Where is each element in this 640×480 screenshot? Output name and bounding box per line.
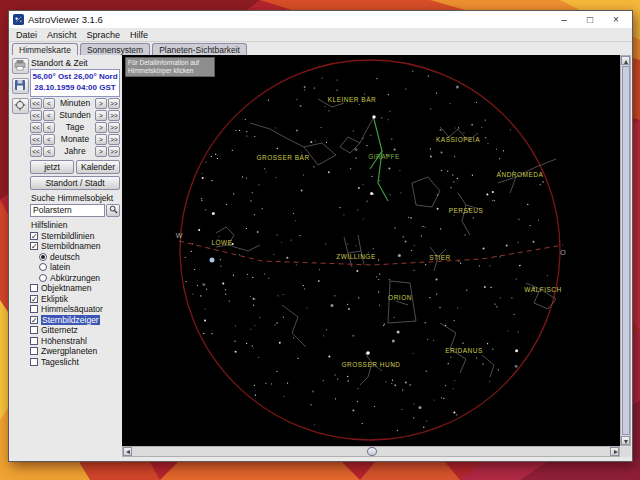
menu-sprache[interactable]: Sprache [82,30,126,40]
minuten-back-button[interactable]: < [43,98,55,109]
checkbox-hoehenstrahl[interactable] [30,337,38,345]
window-title: AstroViewer 3.1.6 [28,14,551,25]
checkbox-sternbildzeiger[interactable]: ✓ [30,316,38,324]
minuten-ffwd-button[interactable]: >> [108,98,120,109]
time-buttons-row: jetzt Kalender [30,160,120,174]
search-label: Suche Himmelsobjekt [31,193,120,203]
standort-stadt-button[interactable]: Standort / Stadt [30,176,120,190]
menu-ansicht[interactable]: Ansicht [42,30,82,40]
jahre-ffwd-button[interactable]: >> [108,146,120,157]
menu-datei[interactable]: Datei [11,30,42,40]
search-go-button[interactable] [106,204,120,217]
jahre-rewind-button[interactable]: << [30,146,42,157]
search-input[interactable] [30,204,105,217]
stunden-forward-button[interactable]: > [95,110,107,121]
tage-back-button[interactable]: < [43,122,55,133]
minuten-label: Minuten [56,98,94,108]
minimize-button[interactable]: – [551,11,577,28]
kalender-button[interactable]: Kalender [76,160,120,174]
radio-abkuerzungen[interactable] [39,274,47,282]
svg-text:GIRAFFE: GIRAFFE [368,153,400,160]
maximize-button[interactable]: □ [577,11,603,28]
option-zwergplaneten[interactable]: Zwergplaneten [30,346,120,357]
sky-map[interactable]: KLEINER BÄRKASSIOPEIAGROSSER BÄRGIRAFFEA… [122,55,620,446]
option-abkuerzungen[interactable]: Abkürzungen [30,273,120,284]
monate-forward-button[interactable]: > [95,134,107,145]
stepper-minuten: << < Minuten > >> [30,98,120,109]
svg-text:W: W [176,232,183,239]
checkbox-objektnamen[interactable] [30,284,38,292]
stunden-back-button[interactable]: < [43,110,55,121]
map-tooltip: Für Detailinformation auf Himmelskörper … [125,57,215,77]
search-row [30,204,120,217]
svg-text:GROSSER BÄR: GROSSER BÄR [256,154,309,161]
print-button[interactable] [12,58,29,74]
monate-ffwd-button[interactable]: >> [108,134,120,145]
svg-text:KLEINER BÄR: KLEINER BÄR [328,96,377,103]
checkbox-tageslicht[interactable] [30,358,38,366]
tage-ffwd-button[interactable]: >> [108,122,120,133]
option-sternbildzeiger[interactable]: ✓Sternbildzeiger [30,315,120,326]
sidebar: Standort & Zeit 56,00° Ost 26,00° Nord 2… [30,55,122,448]
option-sternbildnamen[interactable]: ✓Sternbildnamen [30,241,120,252]
close-button[interactable]: × [603,11,629,28]
jahre-forward-button[interactable]: > [95,146,107,157]
svg-text:GROSSER HUND: GROSSER HUND [341,361,400,368]
checkbox-sternbildnamen[interactable]: ✓ [30,242,38,250]
checkbox-gitternetz[interactable] [30,326,38,334]
datetime-display: 28.10.1959 04:00 GST [31,83,119,94]
svg-text:LÖWE: LÖWE [211,239,232,246]
tage-rewind-button[interactable]: << [30,122,42,133]
jetzt-button[interactable]: jetzt [30,160,74,174]
tage-forward-button[interactable]: > [95,122,107,133]
option-hoehenstrahl[interactable]: Höhenstrahl [30,336,120,347]
stunden-ffwd-button[interactable]: >> [108,110,120,121]
scroll-up-icon[interactable] [621,56,630,65]
sky-map-area[interactable]: KLEINER BÄRKASSIOPEIAGROSSER BÄRGIRAFFEA… [122,55,620,446]
vertical-scroll-thumb[interactable] [622,66,630,435]
option-gitternetz[interactable]: Gitternetz [30,325,120,336]
center-view-button[interactable] [12,98,29,114]
helper-options-list: ✓Sternbildlinien ✓Sternbildnamen deutsch… [30,231,120,368]
stepper-monate: << < Monate > >> [30,134,120,145]
radio-latein[interactable] [39,263,47,271]
jahre-back-button[interactable]: < [43,146,55,157]
horizontal-scroll-thumb[interactable] [367,447,377,456]
scroll-right-icon[interactable] [610,447,619,456]
radio-deutsch[interactable] [39,253,47,261]
svg-text:PERSEUS: PERSEUS [449,207,484,214]
checkbox-ekliptik[interactable]: ✓ [30,295,38,303]
option-ekliptik[interactable]: ✓Ekliptik [30,294,120,305]
option-latein[interactable]: latein [30,262,120,273]
checkbox-sternbildlinien[interactable]: ✓ [30,232,38,240]
monate-rewind-button[interactable]: << [30,134,42,145]
stepper-stunden: << < Stunden > >> [30,110,120,121]
checkbox-himmelsaequator[interactable] [30,305,38,313]
option-sternbildlinien[interactable]: ✓Sternbildlinien [30,231,120,242]
save-button[interactable] [12,78,29,94]
menu-bar: Datei Ansicht Sprache Hilfe [9,28,632,42]
svg-text:ORION: ORION [388,294,412,301]
main-content: Standort & Zeit 56,00° Ost 26,00° Nord 2… [10,55,631,460]
minuten-forward-button[interactable]: > [95,98,107,109]
tage-label: Tage [56,122,94,132]
scroll-left-icon[interactable] [123,447,132,456]
stunden-rewind-button[interactable]: << [30,110,42,121]
option-objektnamen[interactable]: Objektnamen [30,283,120,294]
svg-text:STIER: STIER [429,254,451,261]
coordinates-display: 56,00° Ost 26,00° Nord [31,72,119,83]
vertical-scrollbar[interactable] [620,55,631,446]
checkbox-zwergplaneten[interactable] [30,347,38,355]
title-bar[interactable]: AstroViewer 3.1.6 – □ × [9,11,632,28]
monate-back-button[interactable]: < [43,134,55,145]
option-tageslicht[interactable]: Tageslicht [30,357,120,368]
minuten-rewind-button[interactable]: << [30,98,42,109]
stunden-label: Stunden [56,110,94,120]
option-himmelsaequator[interactable]: Himmelsäquator [30,304,120,315]
save-icon [14,77,26,95]
option-deutsch[interactable]: deutsch [30,252,120,263]
desktop: AstroViewer 3.1.6 – □ × Datei Ansicht Sp… [0,0,640,480]
menu-hilfe[interactable]: Hilfe [125,30,153,40]
horizontal-scrollbar[interactable] [122,446,620,457]
scroll-down-icon[interactable] [621,436,630,445]
